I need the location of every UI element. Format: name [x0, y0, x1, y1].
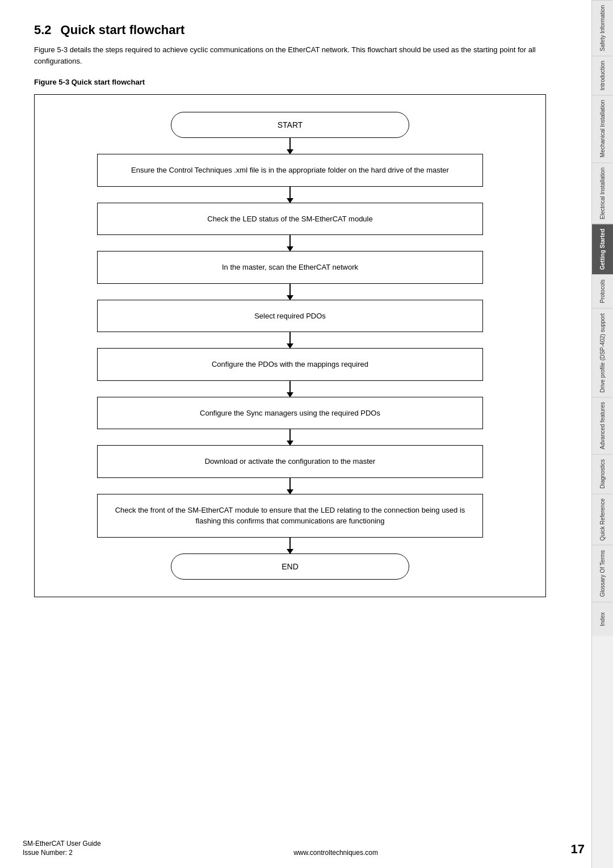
sidebar-tab-electrical[interactable]: Electrical Installation	[592, 162, 613, 224]
arrow-2	[289, 187, 291, 203]
sidebar-tab-quick-ref[interactable]: Quick Reference	[592, 493, 613, 545]
arrow-1	[289, 138, 291, 154]
page-container: 5.2 Quick start flowchart Figure 5-3 det…	[0, 0, 613, 868]
flowchart-step-8: Check the front of the SM-EtherCAT modul…	[97, 494, 483, 538]
flowchart: START Ensure the Control Techniques .xml…	[34, 94, 546, 597]
sidebar-tab-protocols[interactable]: Protocols	[592, 274, 613, 308]
sidebar-tab-index[interactable]: Index	[592, 602, 613, 636]
sidebar-tab-safety[interactable]: Safety Information	[592, 0, 613, 56]
footer-website: www.controltechniques.com	[293, 849, 378, 857]
intro-text: Figure 5-3 details the steps required to…	[34, 44, 546, 66]
arrow-5	[289, 332, 291, 348]
flowchart-step-5: Configure the PDOs with the mappings req…	[97, 348, 483, 381]
flowchart-end: END	[171, 553, 409, 580]
footer-product: SM-EtherCAT User Guide	[23, 840, 101, 848]
sidebar-tab-drive-profile[interactable]: Drive profile (DSP-402) support	[592, 308, 613, 397]
arrow-9	[289, 538, 291, 553]
flowchart-step-6: Configure the Sync managers using the re…	[97, 397, 483, 430]
figure-caption: Figure 5-3 Quick start flowchart	[34, 78, 546, 86]
section-header: 5.2 Quick start flowchart	[34, 23, 546, 37]
sidebar-tab-diagnostics[interactable]: Diagnostics	[592, 454, 613, 493]
right-sidebar: Safety Information Introduction Mechanic…	[591, 0, 613, 868]
flowchart-step-3: In the master, scan the EtherCAT network	[97, 251, 483, 284]
arrow-8	[289, 478, 291, 494]
footer-issue: Issue Number: 2	[23, 849, 101, 857]
arrow-4	[289, 284, 291, 300]
footer: SM-EtherCAT User Guide Issue Number: 2 w…	[23, 840, 585, 857]
footer-center: www.controltechniques.com	[293, 849, 378, 857]
flowchart-step-4: Select required PDOs	[97, 300, 483, 333]
arrow-7	[289, 429, 291, 445]
sidebar-tab-mechanical[interactable]: Mechanical Installation	[592, 95, 613, 162]
arrow-6	[289, 381, 291, 397]
flowchart-start: START	[171, 112, 409, 138]
flowchart-step-1: Ensure the Control Techniques .xml file …	[97, 154, 483, 187]
sidebar-tab-getting-started[interactable]: Getting Started	[592, 224, 613, 274]
arrow-3	[289, 235, 291, 251]
section-number: 5.2	[34, 23, 52, 37]
sidebar-tab-advanced[interactable]: Advanced features	[592, 397, 613, 454]
section-title: Quick start flowchart	[61, 23, 185, 37]
flowchart-step-7: Download or activate the configuration t…	[97, 445, 483, 478]
footer-left: SM-EtherCAT User Guide Issue Number: 2	[23, 840, 101, 857]
sidebar-tab-glossary[interactable]: Glossary Of Terms	[592, 545, 613, 602]
flowchart-step-2: Check the LED status of the SM-EtherCAT …	[97, 203, 483, 236]
sidebar-tab-introduction[interactable]: Introduction	[592, 56, 613, 95]
main-content: 5.2 Quick start flowchart Figure 5-3 det…	[0, 0, 591, 868]
footer-page-number: 17	[571, 842, 585, 857]
